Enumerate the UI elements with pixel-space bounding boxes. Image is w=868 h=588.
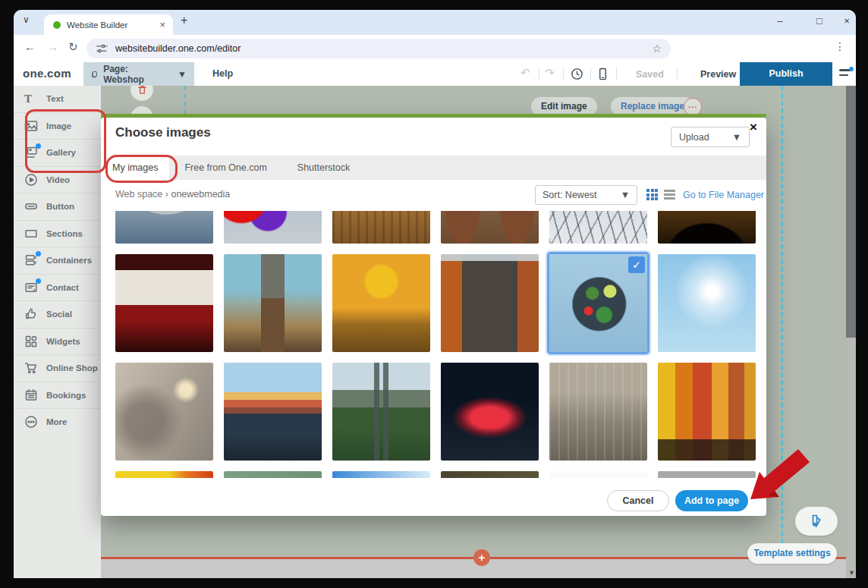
scrollbar-down-arrow-icon[interactable]: ▼	[848, 569, 855, 577]
image-thumbnail-leather-boots[interactable]	[441, 211, 539, 244]
breadcrumb-current: onewebmedia	[171, 189, 230, 200]
canvas-scrollbar-thumb[interactable]	[846, 86, 856, 338]
site-settings-icon[interactable]	[96, 42, 108, 55]
image-thumbnail-blue-sky-gradient[interactable]	[332, 471, 430, 478]
page-area-below	[101, 559, 846, 578]
image-thumbnail-cobbled-alley[interactable]	[441, 254, 539, 352]
grid-view-icon[interactable]	[646, 189, 658, 200]
browser-urlbar: ← → ↻ websitebuilder.one.com/editor ☆ ⋮	[14, 35, 856, 62]
sidebar-item-bookings[interactable]: Bookings	[14, 382, 101, 410]
redo-icon[interactable]: ↷	[545, 66, 555, 80]
delete-element-button[interactable]	[131, 86, 153, 101]
image-thumbnail-light-minimal[interactable]	[549, 471, 647, 478]
image-thumbnail-dark-landscape[interactable]	[441, 471, 539, 478]
image-thumbnail-green-landscape[interactable]	[224, 471, 322, 478]
button-icon	[24, 200, 38, 213]
sidebar-item-contact[interactable]: Contact	[14, 275, 101, 302]
modal-tabbar: My images Free from One.com Shutterstock	[101, 156, 766, 180]
sidebar-item-image[interactable]: Image	[14, 113, 101, 140]
sidebar-item-social[interactable]: Social	[14, 301, 101, 329]
page-selector[interactable]: Page: Webshop ▼	[83, 62, 194, 86]
bookmark-star-icon[interactable]: ☆	[652, 42, 662, 55]
modal-title: Choose images	[115, 125, 211, 140]
image-grid-viewport: ✓	[115, 211, 756, 478]
add-to-page-button[interactable]: Add to page	[675, 490, 748, 511]
image-thumbnail-yellow-abstract[interactable]	[115, 471, 213, 478]
tab-favicon	[53, 21, 61, 29]
sort-caret-icon: ▼	[621, 190, 630, 200]
image-thumbnail-night-bridge[interactable]	[658, 211, 756, 244]
sidebar-item-online-shop[interactable]: Online Shop	[14, 355, 101, 382]
image-thumbnail-colorful-houses[interactable]	[658, 363, 756, 461]
address-bar[interactable]: websitebuilder.one.com/editor ☆	[86, 39, 671, 58]
template-settings-button[interactable]: Template settings	[747, 543, 837, 564]
new-tab-button[interactable]: +	[181, 14, 187, 27]
containers-badge	[36, 251, 41, 256]
contact-badge	[36, 278, 41, 284]
cart-icon	[24, 361, 38, 375]
annotation-arrow-add-to-page	[746, 449, 816, 510]
image-thumbnail-cobblestone-pavement[interactable]	[332, 211, 430, 244]
window-minimize-button[interactable]: –	[772, 15, 788, 27]
preview-button[interactable]: Preview	[700, 69, 736, 80]
reload-icon[interactable]: ↻	[68, 40, 78, 54]
image-thumbnail-salad-bowl[interactable]: ✓	[549, 254, 647, 352]
image-thumbnail-stones-on-shore[interactable]	[115, 211, 213, 244]
help-button[interactable]: Help	[212, 68, 233, 79]
list-view-icon[interactable]	[664, 190, 675, 201]
image-thumbnail-gray-landscape[interactable]	[658, 471, 756, 478]
image-thumbnail-night-fountain[interactable]	[441, 363, 539, 461]
image-thumbnail-castle-garden[interactable]	[332, 363, 430, 461]
editor-topbar: one.com Page: Webshop ▼ Help ↶ ↷ Saved P…	[14, 62, 856, 86]
window-close-button[interactable]: ×	[839, 15, 854, 27]
editor-menu-icon[interactable]	[839, 69, 851, 79]
back-icon[interactable]: ←	[24, 40, 36, 53]
sidebar-item-sections[interactable]: Sections	[14, 221, 101, 248]
history-icon[interactable]	[571, 68, 583, 80]
sidebar-item-button[interactable]: Button	[14, 193, 101, 221]
image-thumbnail-ornate-facade[interactable]	[549, 363, 647, 461]
upload-dropdown[interactable]: Upload ▼	[671, 127, 750, 147]
browser-tab[interactable]: Website Builder ×	[44, 14, 173, 35]
trash-icon	[137, 86, 148, 96]
tab-free-from-onecom[interactable]: Free from One.com	[169, 156, 281, 180]
image-thumbnail-autumn-park-path[interactable]	[332, 254, 430, 352]
selected-check-icon: ✓	[628, 256, 645, 273]
add-section-button[interactable]: +	[473, 549, 490, 566]
image-icon	[24, 119, 38, 133]
sidebar-item-widgets[interactable]: Widgets	[14, 329, 101, 356]
cancel-button[interactable]: Cancel	[607, 490, 669, 511]
sidebar-item-text[interactable]: T Text	[14, 86, 101, 113]
mobile-preview-icon[interactable]	[596, 68, 609, 80]
image-thumbnail-cinema-marquee[interactable]	[115, 254, 213, 352]
image-thumbnail-nyhavn-harbor[interactable]	[224, 363, 322, 461]
template-style-button[interactable]	[795, 507, 838, 536]
sections-icon	[24, 227, 38, 241]
file-manager-link[interactable]: Go to File Manager	[683, 190, 764, 200]
window-maximize-button[interactable]: □	[812, 15, 827, 27]
tab-search-chevron-icon[interactable]: ∨	[23, 14, 30, 25]
breadcrumb-root[interactable]: Web space	[115, 189, 162, 200]
image-thumbnail-historic-building[interactable]	[224, 254, 322, 352]
image-thumbnail-balloon-sculptures[interactable]	[224, 211, 322, 244]
tab-close-icon[interactable]: ×	[158, 19, 167, 30]
tab-my-images[interactable]: My images	[101, 156, 169, 180]
sidebar-item-video[interactable]: Video	[14, 167, 101, 194]
browser-menu-icon[interactable]: ⋮	[835, 40, 845, 52]
modal-close-icon[interactable]: ×	[745, 120, 762, 135]
sort-dropdown[interactable]: Sort: Newest ▼	[535, 185, 637, 205]
sidebar-item-containers[interactable]: Containers	[14, 247, 101, 275]
saved-status: Saved	[636, 69, 664, 80]
more-icon	[24, 415, 38, 429]
onecom-logo: one.com	[23, 67, 71, 80]
tab-shutterstock[interactable]: Shutterstock	[282, 156, 365, 180]
image-thumbnail-ferris-wheel[interactable]	[549, 211, 647, 244]
image-thumbnail-sunny-sky[interactable]	[658, 254, 756, 352]
undo-icon[interactable]: ↶	[520, 66, 530, 80]
sidebar-item-gallery[interactable]: Gallery	[14, 140, 101, 167]
forward-icon[interactable]: →	[47, 40, 58, 53]
publish-button[interactable]: Publish	[740, 62, 832, 86]
sidebar-item-more[interactable]: More	[14, 409, 101, 435]
layout-guide-left	[184, 86, 186, 114]
image-thumbnail-street-bokeh[interactable]	[115, 363, 213, 461]
